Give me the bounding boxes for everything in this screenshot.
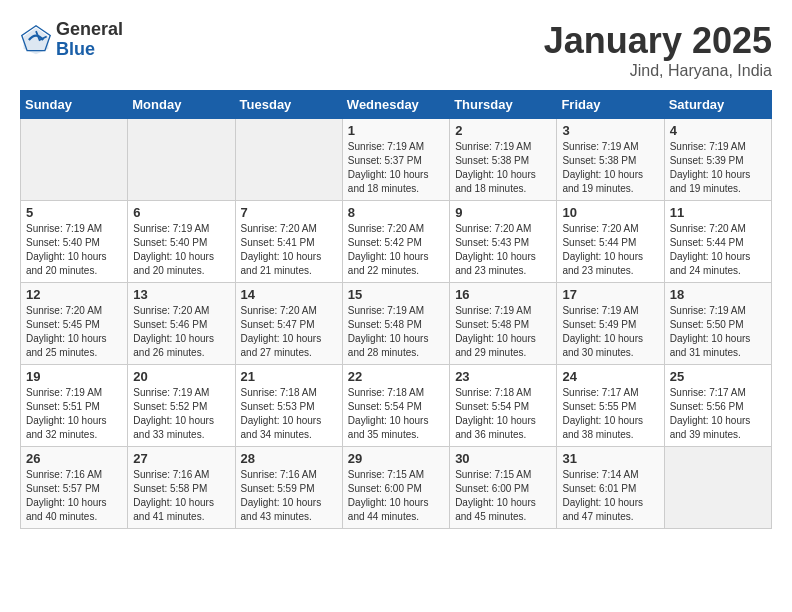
cell-info: Sunrise: 7:19 AM Sunset: 5:52 PM Dayligh… — [133, 386, 229, 442]
calendar-cell: 19Sunrise: 7:19 AM Sunset: 5:51 PM Dayli… — [21, 365, 128, 447]
logo: General Blue — [20, 20, 123, 60]
day-number: 24 — [562, 369, 658, 384]
day-number: 22 — [348, 369, 444, 384]
calendar-cell — [128, 119, 235, 201]
calendar-cell: 26Sunrise: 7:16 AM Sunset: 5:57 PM Dayli… — [21, 447, 128, 529]
day-number: 31 — [562, 451, 658, 466]
calendar-cell: 9Sunrise: 7:20 AM Sunset: 5:43 PM Daylig… — [450, 201, 557, 283]
logo-icon — [20, 24, 52, 56]
calendar-cell: 30Sunrise: 7:15 AM Sunset: 6:00 PM Dayli… — [450, 447, 557, 529]
cell-info: Sunrise: 7:16 AM Sunset: 5:57 PM Dayligh… — [26, 468, 122, 524]
cell-info: Sunrise: 7:19 AM Sunset: 5:38 PM Dayligh… — [455, 140, 551, 196]
calendar-cell: 20Sunrise: 7:19 AM Sunset: 5:52 PM Dayli… — [128, 365, 235, 447]
cell-info: Sunrise: 7:20 AM Sunset: 5:44 PM Dayligh… — [670, 222, 766, 278]
logo-general: General — [56, 20, 123, 40]
logo-blue: Blue — [56, 40, 123, 60]
calendar-cell — [235, 119, 342, 201]
cell-info: Sunrise: 7:19 AM Sunset: 5:49 PM Dayligh… — [562, 304, 658, 360]
week-row-3: 12Sunrise: 7:20 AM Sunset: 5:45 PM Dayli… — [21, 283, 772, 365]
day-number: 16 — [455, 287, 551, 302]
day-number: 18 — [670, 287, 766, 302]
cell-info: Sunrise: 7:20 AM Sunset: 5:41 PM Dayligh… — [241, 222, 337, 278]
calendar-cell — [21, 119, 128, 201]
title-block: January 2025 Jind, Haryana, India — [544, 20, 772, 80]
calendar-cell: 7Sunrise: 7:20 AM Sunset: 5:41 PM Daylig… — [235, 201, 342, 283]
cell-info: Sunrise: 7:18 AM Sunset: 5:54 PM Dayligh… — [348, 386, 444, 442]
cell-info: Sunrise: 7:17 AM Sunset: 5:56 PM Dayligh… — [670, 386, 766, 442]
calendar-cell: 25Sunrise: 7:17 AM Sunset: 5:56 PM Dayli… — [664, 365, 771, 447]
calendar-cell: 11Sunrise: 7:20 AM Sunset: 5:44 PM Dayli… — [664, 201, 771, 283]
calendar-cell: 14Sunrise: 7:20 AM Sunset: 5:47 PM Dayli… — [235, 283, 342, 365]
day-number: 10 — [562, 205, 658, 220]
day-number: 19 — [26, 369, 122, 384]
day-number: 14 — [241, 287, 337, 302]
cell-info: Sunrise: 7:15 AM Sunset: 6:00 PM Dayligh… — [348, 468, 444, 524]
calendar-cell: 29Sunrise: 7:15 AM Sunset: 6:00 PM Dayli… — [342, 447, 449, 529]
calendar-cell: 4Sunrise: 7:19 AM Sunset: 5:39 PM Daylig… — [664, 119, 771, 201]
weekday-header-wednesday: Wednesday — [342, 91, 449, 119]
day-number: 26 — [26, 451, 122, 466]
calendar-cell: 31Sunrise: 7:14 AM Sunset: 6:01 PM Dayli… — [557, 447, 664, 529]
location: Jind, Haryana, India — [544, 62, 772, 80]
cell-info: Sunrise: 7:20 AM Sunset: 5:44 PM Dayligh… — [562, 222, 658, 278]
day-number: 2 — [455, 123, 551, 138]
weekday-header-monday: Monday — [128, 91, 235, 119]
calendar-cell: 15Sunrise: 7:19 AM Sunset: 5:48 PM Dayli… — [342, 283, 449, 365]
calendar-cell: 23Sunrise: 7:18 AM Sunset: 5:54 PM Dayli… — [450, 365, 557, 447]
cell-info: Sunrise: 7:19 AM Sunset: 5:48 PM Dayligh… — [348, 304, 444, 360]
day-number: 5 — [26, 205, 122, 220]
calendar-cell: 10Sunrise: 7:20 AM Sunset: 5:44 PM Dayli… — [557, 201, 664, 283]
cell-info: Sunrise: 7:20 AM Sunset: 5:45 PM Dayligh… — [26, 304, 122, 360]
calendar-table: SundayMondayTuesdayWednesdayThursdayFrid… — [20, 90, 772, 529]
calendar-cell: 17Sunrise: 7:19 AM Sunset: 5:49 PM Dayli… — [557, 283, 664, 365]
day-number: 28 — [241, 451, 337, 466]
cell-info: Sunrise: 7:19 AM Sunset: 5:39 PM Dayligh… — [670, 140, 766, 196]
day-number: 20 — [133, 369, 229, 384]
weekday-header-saturday: Saturday — [664, 91, 771, 119]
day-number: 6 — [133, 205, 229, 220]
calendar-cell: 5Sunrise: 7:19 AM Sunset: 5:40 PM Daylig… — [21, 201, 128, 283]
calendar-cell: 8Sunrise: 7:20 AM Sunset: 5:42 PM Daylig… — [342, 201, 449, 283]
weekday-header-sunday: Sunday — [21, 91, 128, 119]
calendar-cell: 6Sunrise: 7:19 AM Sunset: 5:40 PM Daylig… — [128, 201, 235, 283]
calendar-cell — [664, 447, 771, 529]
calendar-cell: 28Sunrise: 7:16 AM Sunset: 5:59 PM Dayli… — [235, 447, 342, 529]
calendar-cell: 3Sunrise: 7:19 AM Sunset: 5:38 PM Daylig… — [557, 119, 664, 201]
calendar-cell: 12Sunrise: 7:20 AM Sunset: 5:45 PM Dayli… — [21, 283, 128, 365]
day-number: 15 — [348, 287, 444, 302]
day-number: 4 — [670, 123, 766, 138]
calendar-cell: 18Sunrise: 7:19 AM Sunset: 5:50 PM Dayli… — [664, 283, 771, 365]
day-number: 30 — [455, 451, 551, 466]
calendar-cell: 27Sunrise: 7:16 AM Sunset: 5:58 PM Dayli… — [128, 447, 235, 529]
cell-info: Sunrise: 7:20 AM Sunset: 5:46 PM Dayligh… — [133, 304, 229, 360]
day-number: 8 — [348, 205, 444, 220]
weekday-header-thursday: Thursday — [450, 91, 557, 119]
day-number: 12 — [26, 287, 122, 302]
cell-info: Sunrise: 7:19 AM Sunset: 5:51 PM Dayligh… — [26, 386, 122, 442]
day-number: 29 — [348, 451, 444, 466]
cell-info: Sunrise: 7:19 AM Sunset: 5:48 PM Dayligh… — [455, 304, 551, 360]
cell-info: Sunrise: 7:19 AM Sunset: 5:37 PM Dayligh… — [348, 140, 444, 196]
day-number: 21 — [241, 369, 337, 384]
day-number: 27 — [133, 451, 229, 466]
cell-info: Sunrise: 7:14 AM Sunset: 6:01 PM Dayligh… — [562, 468, 658, 524]
cell-info: Sunrise: 7:16 AM Sunset: 5:59 PM Dayligh… — [241, 468, 337, 524]
cell-info: Sunrise: 7:19 AM Sunset: 5:40 PM Dayligh… — [26, 222, 122, 278]
page-header: General Blue January 2025 Jind, Haryana,… — [20, 20, 772, 80]
day-number: 3 — [562, 123, 658, 138]
cell-info: Sunrise: 7:20 AM Sunset: 5:47 PM Dayligh… — [241, 304, 337, 360]
day-number: 17 — [562, 287, 658, 302]
cell-info: Sunrise: 7:16 AM Sunset: 5:58 PM Dayligh… — [133, 468, 229, 524]
cell-info: Sunrise: 7:19 AM Sunset: 5:38 PM Dayligh… — [562, 140, 658, 196]
week-row-1: 1Sunrise: 7:19 AM Sunset: 5:37 PM Daylig… — [21, 119, 772, 201]
weekday-header-friday: Friday — [557, 91, 664, 119]
logo-text: General Blue — [56, 20, 123, 60]
calendar-cell: 22Sunrise: 7:18 AM Sunset: 5:54 PM Dayli… — [342, 365, 449, 447]
weekday-header-tuesday: Tuesday — [235, 91, 342, 119]
day-number: 7 — [241, 205, 337, 220]
day-number: 1 — [348, 123, 444, 138]
day-number: 13 — [133, 287, 229, 302]
calendar-cell: 24Sunrise: 7:17 AM Sunset: 5:55 PM Dayli… — [557, 365, 664, 447]
calendar-cell: 2Sunrise: 7:19 AM Sunset: 5:38 PM Daylig… — [450, 119, 557, 201]
calendar-cell: 13Sunrise: 7:20 AM Sunset: 5:46 PM Dayli… — [128, 283, 235, 365]
